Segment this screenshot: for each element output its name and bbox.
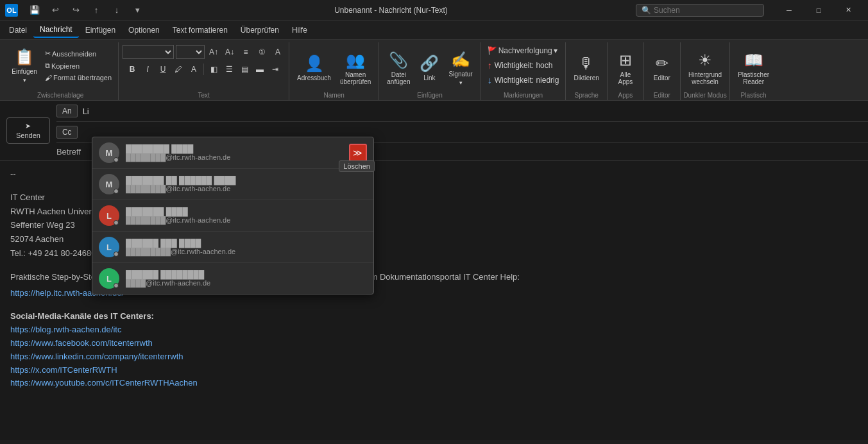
delete-contact-button-1[interactable]: ≫ — [349, 144, 367, 162]
send-column: ➤ Senden — [0, 101, 56, 160]
cut-button[interactable]: ✂ Ausschneiden — [42, 48, 114, 59]
avatar-1: M — [99, 142, 119, 163]
menu-ueberprufen[interactable]: Überprüfen — [234, 23, 285, 37]
to-label-button[interactable]: An — [56, 105, 78, 117]
link-button[interactable]: 🔗 Link — [415, 45, 443, 91]
contact-info-4: ██████ ███ ████ █████████@itc.rwth-aache… — [126, 239, 367, 255]
microphone-icon: 🎙 — [579, 55, 594, 73]
align-left-btn[interactable]: ◧ — [207, 62, 221, 76]
underline-button[interactable]: U — [156, 62, 170, 76]
social-link-1[interactable]: https://blog.rwth-aachen.de/itc — [10, 325, 121, 334]
contact-info-1: ████████ ████ ████████@itc.rwth-aachen.d… — [126, 144, 343, 161]
font-color-button[interactable]: A — [187, 62, 201, 76]
align-justify-btn[interactable]: ▬ — [253, 62, 267, 76]
high-importance-button[interactable]: ↑ Wichtigkeit: hoch — [485, 59, 562, 72]
bold-button[interactable]: B — [125, 62, 139, 76]
high-importance-icon: ↑ — [488, 60, 492, 71]
editor-button[interactable]: ✏ Editor — [648, 45, 676, 91]
clipboard-small-btns: ✂ Ausschneiden ⧉ Kopieren 🖌 Format übert… — [42, 42, 114, 89]
autocomplete-item-5[interactable]: L ██████ ████████ ████@itc.rwth-aachen.d… — [92, 263, 373, 294]
ribbon-plastic-section: 📖 Plastischer Reader Plastisch — [730, 42, 777, 100]
avatar-2: M — [99, 174, 119, 194]
highlight-button[interactable]: 🖊 — [171, 62, 185, 76]
editor-content: ✏ Editor — [648, 42, 676, 91]
align-center-btn[interactable]: ☰ — [222, 62, 236, 76]
italic-button[interactable]: I — [140, 62, 155, 76]
undo-btn[interactable]: ↩ — [46, 3, 64, 17]
search-bar[interactable]: 🔍 — [636, 4, 764, 17]
cc-input[interactable] — [83, 128, 868, 137]
send-button[interactable]: ➤ Senden — [6, 117, 50, 144]
maximize-btn[interactable]: □ — [804, 0, 833, 21]
indent-btn[interactable]: ⇥ — [268, 62, 282, 76]
to-input[interactable] — [83, 107, 868, 116]
autocomplete-item-2[interactable]: M ███████ ██ ██████ ████ ████████@itc.rw… — [92, 169, 373, 200]
low-importance-icon: ↓ — [488, 75, 492, 85]
redo-btn[interactable]: ↪ — [67, 3, 85, 17]
autocomplete-dropdown: M ████████ ████ ████████@itc.rwth-aachen… — [92, 137, 374, 295]
decrease-font-btn[interactable]: A↓ — [223, 45, 237, 59]
contact-name-5: ██████ ████████ — [126, 270, 367, 279]
contact-name-3: ███████ ████ — [126, 207, 367, 216]
numbering-btn[interactable]: ① — [255, 45, 269, 59]
contact-info-5: ██████ ████████ ████@itc.rwth-aachen.de — [126, 270, 367, 287]
copy-button[interactable]: ⧉ Kopieren — [42, 60, 114, 71]
menu-hilfe[interactable]: Hilfe — [285, 23, 314, 37]
address-book-button[interactable]: 👤 Adressbuch — [293, 45, 335, 91]
status-indicator-5 — [114, 283, 119, 288]
align-right-btn[interactable]: ▤ — [237, 62, 251, 76]
delete-tooltip: Löschen — [339, 160, 375, 172]
speech-content: 🎙 Diktieren — [570, 42, 602, 91]
format-painter-button[interactable]: 🖌 Format übertragen — [42, 73, 114, 83]
social-link-5[interactable]: https://www.youtube.com/c/ITCenterRWTHAa… — [10, 378, 198, 388]
search-input[interactable] — [654, 6, 756, 15]
send-icon: ➤ — [25, 122, 31, 130]
minimize-btn[interactable]: ─ — [774, 0, 804, 21]
address-fields: An Cc Betreff M ████████ ████ ████████@ — [56, 101, 868, 160]
check-names-icon: 👥 — [346, 51, 365, 69]
background-switch-button[interactable]: ☀ Hintergrund wechseln — [685, 45, 726, 91]
social-link-3[interactable]: https://www.linkedin.com/company/itcente… — [10, 352, 183, 361]
menu-text-formatieren[interactable]: Text formatieren — [166, 23, 234, 37]
autocomplete-item-3[interactable]: L ███████ ████ ████████@itc.rwth-aachen.… — [92, 200, 373, 232]
menu-einfuegen[interactable]: Einfügen — [79, 23, 122, 37]
signature-button[interactable]: ✍ Signatur ▾ — [445, 45, 476, 91]
list-btn[interactable]: ≡ — [239, 45, 253, 59]
font-size-select[interactable] — [176, 45, 205, 59]
dictate-button[interactable]: 🎙 Diktieren — [570, 45, 602, 91]
status-indicator-4 — [114, 252, 119, 257]
font-family-select[interactable] — [123, 45, 174, 59]
format-row: B I U 🖊 A ◧ ☰ ▤ ▬ ⇥ — [125, 61, 282, 78]
up-btn[interactable]: ↑ — [87, 3, 105, 17]
autocomplete-item-4[interactable]: L ██████ ███ ████ █████████@itc.rwth-aac… — [92, 232, 373, 263]
more-btn[interactable]: ▾ — [128, 3, 146, 17]
social-link-2[interactable]: https://www.facebook.com/itcenterrwth — [10, 338, 153, 348]
menu-datei[interactable]: Datei — [3, 23, 33, 37]
followup-button[interactable]: 🚩 Nachverfolgung ▾ — [485, 45, 560, 56]
flag-icon: 🚩 — [488, 46, 497, 55]
all-apps-button[interactable]: ⊞ Alle Apps — [611, 45, 640, 91]
to-field-row: An — [56, 101, 868, 122]
attach-file-button[interactable]: 📎 Datei anfügen — [383, 45, 414, 91]
apps-icon: ⊞ — [619, 51, 632, 69]
save-btn[interactable]: 💾 — [26, 3, 44, 17]
low-importance-button[interactable]: ↓ Wichtigkeit: niedrig — [485, 74, 562, 87]
increase-font-btn[interactable]: A↑ — [207, 45, 221, 59]
apps-content: ⊞ Alle Apps — [611, 42, 640, 91]
autocomplete-item-1[interactable]: M ████████ ████ ████████@itc.rwth-aachen… — [92, 137, 373, 169]
cc-label-button[interactable]: Cc — [56, 126, 78, 139]
down-btn[interactable]: ↓ — [108, 3, 126, 17]
ribbon-names-section: 👤 Adressbuch 👥 Namen überprüfen Namen — [289, 42, 379, 100]
menu-nachricht[interactable]: Nachricht — [33, 22, 79, 38]
plastic-reader-button[interactable]: 📖 Plastischer Reader — [734, 45, 773, 91]
close-btn[interactable]: ✕ — [833, 0, 863, 21]
contact-name-4: ██████ ███ ████ — [126, 239, 367, 248]
social-link-4[interactable]: https://x.com/ITCenterRWTH — [10, 365, 117, 375]
ribbon-apps-section: ⊞ Alle Apps Apps — [608, 42, 644, 100]
menu-optionen[interactable]: Optionen — [122, 23, 166, 37]
check-names-button[interactable]: 👥 Namen überprüfen — [336, 45, 375, 91]
avatar-4: L — [99, 237, 119, 257]
paste-button[interactable]: 📋 Einfügen ▾ — [6, 42, 42, 89]
clear-format-btn[interactable]: A — [271, 45, 285, 59]
darker-mode-content: ☀ Hintergrund wechseln — [685, 42, 726, 91]
